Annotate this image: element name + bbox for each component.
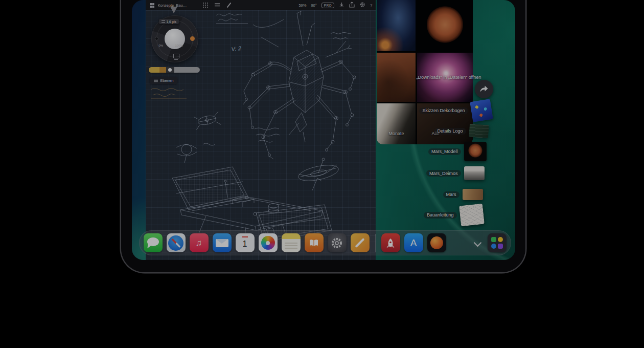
color-palette-strip[interactable] <box>149 67 200 73</box>
help-icon[interactable]: ? <box>370 3 372 8</box>
rocket-glyph <box>384 237 397 249</box>
photos-icon[interactable] <box>259 233 278 252</box>
forward-arrow-icon <box>479 85 489 93</box>
workspace-grid-icon[interactable] <box>150 3 154 8</box>
app-library-icon[interactable] <box>488 233 507 252</box>
drop-action-badge[interactable] <box>475 80 493 98</box>
wheel-sub-controls[interactable] <box>172 53 186 61</box>
gear-glyph <box>330 236 343 250</box>
drag-item-label: Skizzen Dekorbogen <box>419 107 468 114</box>
mars-model-thumbnail <box>464 142 487 161</box>
layers-list-icon <box>154 79 158 82</box>
app-store-icon[interactable] <box>404 233 423 252</box>
opacity-max-label: 100% <box>175 44 183 47</box>
drag-item-details-logo[interactable]: Details Logo <box>434 124 488 138</box>
layers-button[interactable]: Ebenen <box>150 77 178 84</box>
rocket-app-icon[interactable] <box>381 233 400 252</box>
drag-item-bauanleitung[interactable]: Bauanleitung <box>424 205 484 225</box>
drag-item-label: Mars <box>443 191 459 198</box>
calendar-icon[interactable]: 1 <box>236 233 255 252</box>
concepts-app-window: Konzepte_Bau… 59% 90° PRO ? <box>146 0 376 260</box>
photos-tab-monate[interactable]: Monate <box>389 131 404 136</box>
layers-label: Ebenen <box>160 78 174 83</box>
instructions-thumbnail <box>459 204 485 227</box>
secondary-color-dot[interactable] <box>155 37 158 40</box>
drag-item-label: Mars_Modell <box>428 148 461 155</box>
chevron-down-icon[interactable] <box>471 237 484 249</box>
calendar-day: 1 <box>243 240 247 249</box>
sticker-sheet-thumbnail <box>470 99 493 122</box>
swatch-gray[interactable] <box>174 67 200 73</box>
open-book-glyph <box>308 237 320 249</box>
brush-stroke-icon <box>162 20 165 23</box>
menu-lines-icon[interactable] <box>215 3 220 8</box>
share-icon[interactable] <box>349 1 355 10</box>
photo-thumbnail-mars[interactable] <box>417 0 473 51</box>
compass-needle <box>171 238 180 248</box>
brush-size-label: 1,6 pts <box>167 20 177 24</box>
zoom-level[interactable]: 59% <box>298 3 306 8</box>
tools-grid-icon[interactable] <box>203 3 208 8</box>
ipad-device: Konzepte_Bau… 59% 90° PRO ? <box>121 0 525 272</box>
import-icon[interactable] <box>339 1 344 10</box>
messages-icon[interactable] <box>144 233 163 252</box>
concepts-toolbar: Konzepte_Bau… 59% 90° PRO ? <box>146 0 376 10</box>
safari-icon[interactable] <box>167 233 186 252</box>
opacity-min-label: 0% <box>159 44 164 47</box>
palette-slider-knob[interactable] <box>166 67 174 73</box>
deimos-thumbnail <box>464 166 485 180</box>
logo-thumbnail <box>469 124 489 139</box>
photos-slideover-window: Monate Alle <box>377 0 473 144</box>
mars-photo-thumbnail <box>463 189 483 200</box>
drag-item-label: Mars_Deimos <box>426 170 461 177</box>
drag-item-skizzen-dekorbogen[interactable]: Skizzen Dekorbogen <box>419 100 491 121</box>
photo-thumbnail-mars-surface[interactable] <box>377 53 416 102</box>
pro-badge[interactable]: PRO <box>321 3 334 8</box>
rotation-angle[interactable]: 90° <box>311 3 316 8</box>
concepts-app-icon[interactable] <box>427 233 446 252</box>
settings-gear-icon[interactable] <box>359 1 365 10</box>
ipad-screen: Konzepte_Bau… 59% 90° PRO ? <box>132 0 515 260</box>
photo-thumbnail-spacecraft[interactable] <box>377 103 416 144</box>
tool-wheel-marker <box>170 7 177 13</box>
swatch-amber[interactable] <box>159 67 166 73</box>
photo-thumbnail-nebula[interactable] <box>377 0 416 51</box>
stage: Konzepte_Bau… 59% 90° PRO ? <box>0 0 644 348</box>
dock: 1 <box>139 230 511 255</box>
drag-item-mars-modell[interactable]: Mars_Modell <box>428 142 487 161</box>
drag-item-mars-deimos[interactable]: Mars_Deimos <box>426 166 485 180</box>
music-icon[interactable] <box>190 233 209 252</box>
brush-size-flag[interactable]: 1,6 pts <box>159 19 179 24</box>
drag-item-label: Bauanleitung <box>424 212 457 219</box>
books-icon[interactable] <box>305 233 324 252</box>
version-annotation: V: 2 <box>231 45 241 52</box>
mail-icon[interactable] <box>213 233 232 252</box>
drag-item-mars[interactable]: Mars <box>443 189 483 200</box>
active-color-dot[interactable] <box>190 36 195 41</box>
swatch-yellow[interactable] <box>149 67 159 73</box>
drag-item-label: Details Logo <box>434 128 466 135</box>
settings-icon[interactable] <box>328 233 347 252</box>
sketch-pencil-icon[interactable] <box>351 233 370 252</box>
dock-divider <box>375 234 376 252</box>
drop-tooltip: „Downloads“ in „Dateien“ öffnen <box>417 75 481 80</box>
pen-tool-icon[interactable] <box>226 2 232 8</box>
notes-icon[interactable] <box>282 233 301 252</box>
